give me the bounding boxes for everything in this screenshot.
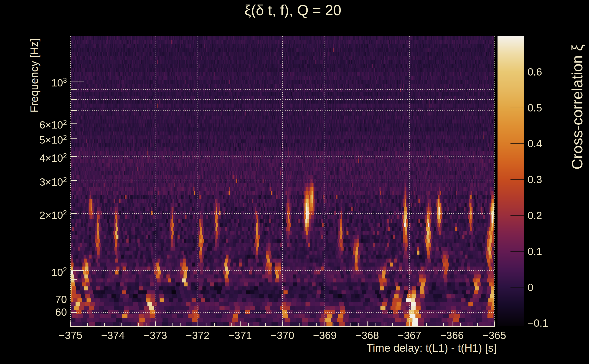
x-tick-label--374: −374: [92, 329, 133, 341]
x-tick-label--372: −372: [177, 329, 218, 341]
x-tick-label--373: −373: [135, 329, 176, 341]
x-axis-line: [70, 326, 495, 327]
x-tick-label--365: −365: [474, 329, 515, 341]
x-tick-label--371: −371: [220, 329, 261, 341]
colorbar-tick-label-0.4: 0.4: [528, 138, 542, 150]
heatmap-plot-area: [71, 36, 494, 326]
x-tick-label--367: −367: [389, 329, 430, 341]
y-tick-label-600: 6×102: [0, 117, 67, 131]
figure-root: { "colors": { "background": "#000000", "…: [0, 0, 589, 364]
chart-title: ξ(δ t, f), Q = 20: [244, 2, 341, 19]
y-tick-label-100: 102: [0, 264, 67, 278]
y-tick-label-300: 3×102: [0, 174, 67, 188]
colorbar-tick-label-0.6: 0.6: [528, 66, 542, 78]
y-axis-title: Frequency [Hz]: [28, 39, 40, 112]
colorbar-tick-label-0.3: 0.3: [528, 174, 542, 185]
x-tick-label--369: −369: [304, 329, 345, 341]
x-tick-label--375: −375: [50, 329, 91, 341]
colorbar-tick-label-0: 0: [528, 281, 533, 293]
colorbar: [497, 36, 524, 326]
x-tick-label--370: −370: [262, 329, 303, 341]
x-tick-label--368: −368: [347, 329, 388, 341]
colorbar-tick-label--0.1: −0.1: [528, 317, 548, 329]
colorbar-tick-label-0.5: 0.5: [528, 102, 542, 114]
y-tick-label-400: 4×102: [0, 150, 67, 164]
x-axis-title: Time delay: t(L1) - t(H1) [s]: [341, 342, 497, 354]
colorbar-gradient: [497, 36, 524, 326]
x-tick-label--366: −366: [432, 329, 472, 341]
y-tick-label-200: 2×102: [0, 207, 67, 221]
colorbar-title: Cross-correlation ξ: [569, 44, 586, 169]
y-tick-label-500: 5×102: [0, 132, 67, 146]
colorbar-tick-label-0.1: 0.1: [528, 246, 542, 257]
colorbar-tick-label-0.2: 0.2: [528, 209, 542, 221]
heatmap-canvas: [71, 36, 494, 326]
y-tick-label-70: 70: [0, 293, 67, 305]
y-tick-label-60: 60: [0, 306, 67, 318]
